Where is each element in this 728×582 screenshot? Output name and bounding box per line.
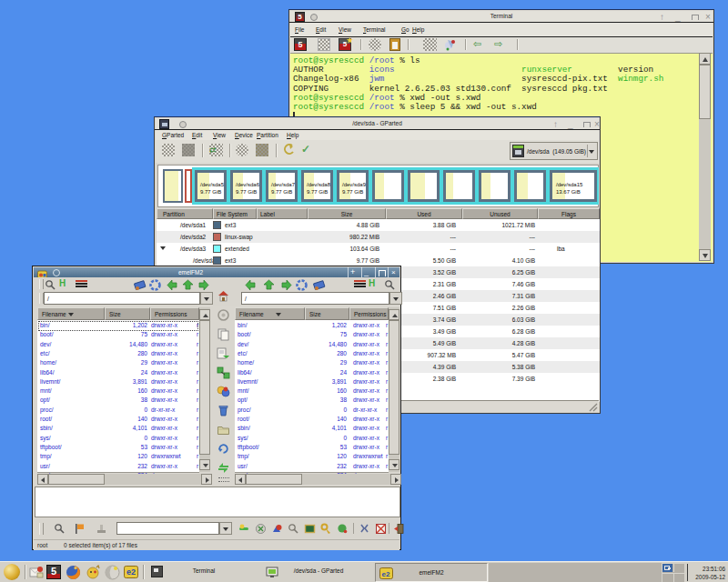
svg-text:e2: e2 (126, 567, 136, 577)
